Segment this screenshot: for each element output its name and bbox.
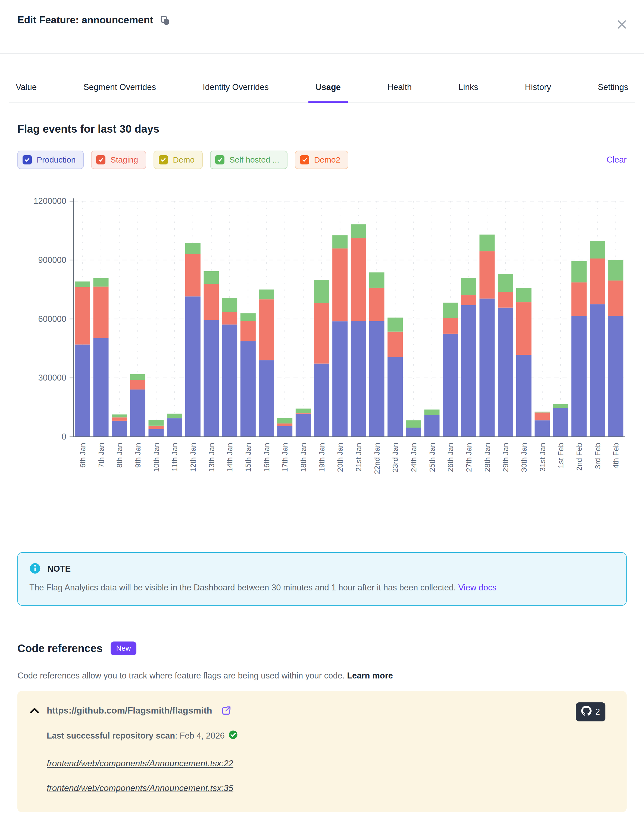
bar-segment: [149, 429, 164, 437]
bar-segment: [94, 278, 109, 287]
modal-title-text: Edit Feature: announcement: [17, 14, 153, 26]
svg-text:28th Jan: 28th Jan: [483, 443, 492, 472]
bar-segment: [443, 303, 458, 318]
checkbox-checked-icon[interactable]: [215, 155, 224, 164]
bar-segment: [498, 292, 513, 308]
bar-segment: [296, 414, 311, 437]
info-icon: [29, 563, 41, 575]
bar-segment: [112, 414, 127, 417]
bar-segment: [461, 305, 476, 437]
tab-health[interactable]: Health: [380, 82, 419, 103]
bar-segment: [314, 364, 329, 437]
svg-text:1st Feb: 1st Feb: [557, 443, 565, 468]
bar-segment: [167, 414, 182, 418]
tab-usage[interactable]: Usage: [308, 82, 348, 103]
bar-segment: [277, 423, 292, 426]
svg-text:300000: 300000: [38, 373, 66, 382]
bar-segment: [572, 261, 587, 282]
bar-segment: [480, 299, 495, 437]
checkbox-checked-icon[interactable]: [300, 155, 309, 164]
collapse-chevron-icon[interactable]: [29, 707, 40, 715]
bar-segment: [498, 308, 513, 437]
bar-segment: [572, 316, 587, 437]
tab-value[interactable]: Value: [9, 82, 44, 103]
bar-segment: [590, 241, 605, 259]
svg-text:22nd Jan: 22nd Jan: [373, 443, 381, 474]
bar-segment: [277, 426, 292, 437]
bar-segment: [130, 380, 146, 389]
checkbox-checked-icon[interactable]: [23, 155, 32, 164]
bar-segment: [277, 418, 292, 423]
checkbox-checked-icon[interactable]: [96, 155, 106, 164]
view-docs-link[interactable]: View docs: [458, 583, 497, 592]
bar-segment: [461, 278, 476, 295]
bar-segment: [388, 357, 403, 437]
svg-text:1200000: 1200000: [34, 196, 66, 206]
bar-segment: [351, 224, 366, 238]
bar-segment: [516, 302, 532, 355]
bar-segment: [535, 413, 550, 420]
environment-chip-demo2[interactable]: Demo2: [295, 150, 349, 169]
bar-segment: [369, 321, 385, 437]
environment-chip-label: Demo: [173, 155, 195, 164]
svg-text:24th Jan: 24th Jan: [409, 443, 418, 472]
external-link-icon[interactable]: [221, 705, 232, 716]
bar-segment: [516, 355, 532, 437]
note-callout: NOTE The Flag Analytics data will be vis…: [17, 552, 627, 606]
bar-segment: [222, 298, 237, 312]
svg-text:21st Jan: 21st Jan: [354, 443, 363, 472]
flag-events-chart: 030000060000090000012000006th Jan7th Jan…: [17, 190, 627, 489]
github-count-badge[interactable]: 2: [576, 702, 606, 721]
bar-segment: [388, 331, 403, 357]
bar-segment: [149, 426, 164, 429]
bar-segment: [443, 318, 458, 334]
svg-text:600000: 600000: [38, 314, 66, 324]
bar-segment: [535, 420, 550, 437]
close-icon[interactable]: [615, 18, 628, 31]
bar-segment: [130, 390, 146, 437]
environment-chip-self-hosted[interactable]: Self hosted ...: [210, 150, 287, 169]
bar-segment: [186, 243, 201, 254]
svg-text:0: 0: [62, 432, 66, 442]
tab-settings[interactable]: Settings: [591, 82, 635, 103]
checkbox-checked-icon[interactable]: [159, 155, 168, 164]
environment-chip-demo[interactable]: Demo: [153, 150, 203, 169]
copy-icon[interactable]: [160, 15, 171, 26]
environment-chips: ProductionStagingDemoSelf hosted ...Demo…: [17, 150, 607, 169]
bar-segment: [480, 251, 495, 299]
tab-identity-overrides[interactable]: Identity Overrides: [196, 82, 276, 103]
bar-segment: [425, 410, 440, 415]
edit-feature-modal: Edit Feature: announcement ValueSegment …: [0, 0, 644, 819]
bar-segment: [388, 317, 403, 331]
tab-links[interactable]: Links: [451, 82, 485, 103]
bar-segment: [296, 408, 311, 413]
bar-segment: [204, 271, 219, 284]
file-reference-link[interactable]: frontend/web/components/Announcement.tsx…: [47, 758, 233, 768]
tab-history[interactable]: History: [518, 82, 558, 103]
svg-text:30th Jan: 30th Jan: [520, 443, 528, 472]
bar-segment: [186, 296, 201, 437]
scan-success-icon: [228, 730, 238, 742]
repository-panel: https://github.com/Flagsmith/flagsmith 2…: [17, 691, 627, 812]
bar-segment: [186, 254, 201, 296]
svg-text:10th Jan: 10th Jan: [152, 443, 161, 472]
svg-text:6th Jan: 6th Jan: [78, 443, 87, 468]
environment-chip-staging[interactable]: Staging: [91, 150, 146, 169]
tab-segment-overrides[interactable]: Segment Overrides: [77, 82, 163, 103]
environment-chip-production[interactable]: Production: [17, 150, 84, 169]
bar-segment: [112, 417, 127, 420]
bar-segment: [204, 284, 219, 320]
repository-url[interactable]: https://github.com/Flagsmith/flagsmith: [47, 706, 212, 716]
bar-segment: [75, 287, 90, 344]
scan-date: : Feb 4, 2026: [175, 731, 225, 741]
clear-filters-link[interactable]: Clear: [607, 155, 627, 165]
environment-chip-label: Demo2: [314, 155, 340, 164]
bar-segment: [480, 235, 495, 251]
bar-segment: [259, 290, 274, 299]
bar-segment: [75, 344, 90, 437]
file-reference-link[interactable]: frontend/web/components/Announcement.tsx…: [47, 783, 233, 793]
bar-segment: [332, 235, 348, 248]
learn-more-link[interactable]: Learn more: [347, 671, 393, 680]
bar-segment: [608, 316, 623, 437]
bar-segment: [332, 321, 348, 437]
